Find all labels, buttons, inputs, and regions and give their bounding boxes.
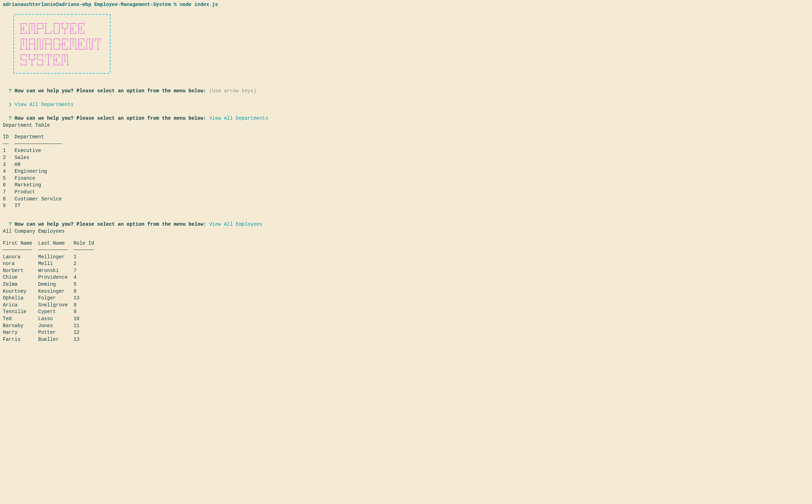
question-mark-icon: ? (9, 115, 12, 121)
emp-table-header: First Name Last Name Role Id (3, 240, 809, 247)
question-text: How can we help you? Please select an op… (12, 221, 209, 227)
question-text: How can we help you? Please select an op… (12, 115, 209, 121)
emp-table-rows: Lanora Mellinger 1 nora Melli 2 Norbert … (3, 254, 809, 343)
prompt-line-3: ? How can we help you? Please select an … (3, 214, 809, 228)
question-mark-icon: ? (9, 221, 12, 227)
dept-table-rows: 1 Executive 2 Sales 3 HR 4 Engineering 5… (3, 147, 809, 209)
answer-text: View All Departments (209, 115, 268, 121)
dept-table-divider: ── ──────────────── (3, 141, 809, 148)
menu-option-selected[interactable]: ❯ View All Departments (3, 94, 809, 108)
question-text: How can we help you? Please select an op… (12, 88, 209, 94)
shell-prompt: adrianauchterlonie@adrians-mbp Employee-… (3, 1, 809, 8)
spacer (3, 129, 809, 134)
emp-table-title: All Company Employees (3, 228, 809, 235)
answer-text: View All Employees (209, 221, 262, 227)
option-label: View All Departments (12, 102, 73, 107)
spacer (3, 210, 809, 214)
spacer (3, 235, 809, 240)
hint-text: (Use arrow keys) (209, 88, 256, 94)
ascii-banner-art: ┌─┐┌┬┐┌─┐┬ ┌─┐┬ ┬┌─┐┌─┐ ├┤ │││├─┘│ │ │└┬… (20, 21, 102, 68)
ascii-banner-box: ┌─┐┌┬┐┌─┐┬ ┌─┐┬ ┬┌─┐┌─┐ ├┤ │││├─┘│ │ │└┬… (13, 14, 111, 74)
dept-table-title: Department Table (3, 122, 809, 129)
emp-table-divider: ────────── ────────── ─────── (3, 247, 809, 254)
prompt-line-2: ? How can we help you? Please select an … (3, 108, 809, 122)
prompt-line-1: ? How can we help you? Please select an … (3, 81, 809, 94)
dept-table-header: ID Department (3, 134, 809, 141)
question-mark-icon: ? (9, 88, 12, 94)
pointer-icon: ❯ (9, 102, 12, 107)
